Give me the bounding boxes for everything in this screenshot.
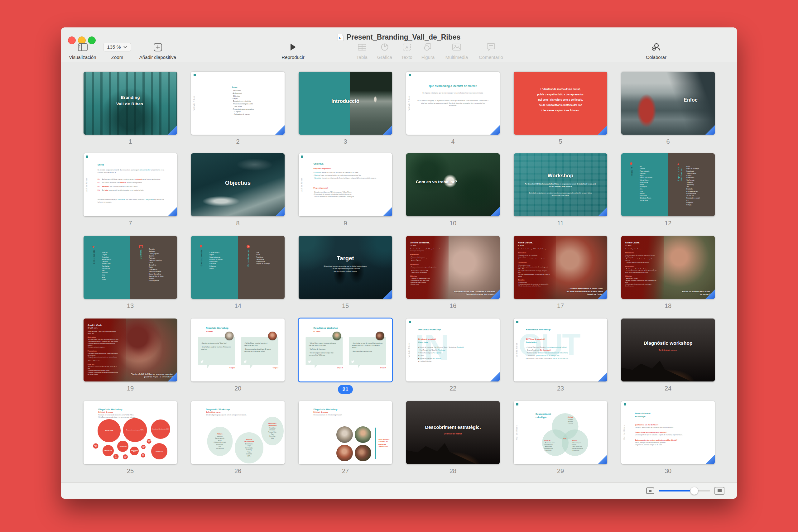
- slide-thumbnail-5[interactable]: L'identitat de marca d'una ciutat,poble …: [514, 72, 607, 135]
- thumbnail-size-slider[interactable]: [659, 490, 710, 492]
- slide-thumbnail-8[interactable]: Objectius: [191, 153, 285, 216]
- slide-edge-label: Vall de Ribes: [301, 177, 303, 192]
- slide-number: 6: [621, 138, 715, 145]
- avatar: [225, 331, 234, 340]
- slide-heading: Enfoc: [98, 163, 104, 166]
- bottom-bar: [61, 482, 737, 499]
- category-label: Natura: [630, 167, 633, 175]
- slide-heading: Objectius.: [314, 163, 324, 165]
- tweet-bubble: - Hem trobat un oasi de tranquil·litat, …: [349, 337, 386, 365]
- slide-edge-label: Vall de Ribes: [193, 96, 195, 110]
- slider-thumb[interactable]: [690, 487, 698, 495]
- tweet-bubble: - Vall de Ribes, esport al teu ritme i d…: [241, 337, 278, 365]
- slide-number: 1: [83, 138, 177, 145]
- slide-heading: Descobrimentestratègic.: [535, 412, 551, 419]
- slide-thumbnail-16[interactable]: Antoni Soldevila.56 anys Casat i amb 2 f…: [406, 236, 500, 299]
- concept-bubble: Emocions i Sentiments 100%: [151, 419, 170, 439]
- slide-subtitle: Definició de marca: [406, 433, 500, 435]
- desktop: { "window": { "title": "Present_Branding…: [0, 0, 798, 532]
- slide-thumbnail-6[interactable]: Enfoc: [621, 72, 715, 135]
- slide-thumbnail-11[interactable]: Workshop Per descobrir l'ADN de la marca…: [514, 153, 607, 216]
- concept-bubble: Pobles 29%: [141, 445, 146, 449]
- smaller-thumbnails-button[interactable]: [646, 488, 654, 494]
- persona-name: Jordi + Carla: [88, 324, 120, 327]
- slide-heading: Descobrimentestratègic.: [635, 412, 650, 418]
- slide-canvas: Introducció: [299, 72, 392, 135]
- slide-light-table[interactable]: BrandingVall de Ribes.1 Índex. - Introdu…: [61, 27, 737, 499]
- slide-thumbnail-13[interactable]: ♥ Sentiments Slow life.Oxigen.Amabilitat…: [83, 236, 177, 299]
- avatar: [336, 445, 353, 461]
- slide-thumbnail-14[interactable]: Gastronomia Carn ecològica.Iogurts.Sopa …: [191, 236, 285, 299]
- slide-thumbnail-12[interactable]: Natura Riu.Torrents.Parcs naturals.Paisa…: [621, 153, 715, 216]
- category-label: Gastronomia: [200, 249, 203, 266]
- slide-number: 24: [621, 385, 715, 392]
- slide-thumbnail-23[interactable]: OUT Resultados Workshop OUT (fora de pro…: [514, 319, 607, 381]
- insights-text: Viure la Natura.Activitats de muntanya.T…: [378, 438, 391, 448]
- concept-bubble: Tradicions 64%: [102, 445, 114, 456]
- slide-number: 12: [621, 220, 715, 227]
- slide-number: 26: [191, 468, 285, 475]
- slide-corner-mark: [408, 321, 411, 323]
- slide-number: 29: [514, 468, 607, 475]
- slide-canvas: OUT Resultados Workshop OUT (fora de pro…: [514, 319, 607, 381]
- concept-bubble: Cultura 75 %: [151, 443, 167, 459]
- slide-thumbnail-17[interactable]: Nuria Garcia.47 anys. Casada des de fa 6…: [514, 236, 607, 299]
- slide-photo: [406, 153, 500, 216]
- slide-thumbnail-18[interactable]: Kilian Cabra35 anys. Casat i 1 fill peti…: [621, 236, 715, 299]
- slide-heading: Resultats Workshop: [206, 327, 228, 329]
- twitter-icon: [244, 360, 247, 363]
- slide-thumbnail-27[interactable]: Diagnòstic Workshop Definició de marca I…: [299, 401, 392, 464]
- slide-title: Descobriment estratègic.: [406, 424, 500, 430]
- slide-edge-label: Vall de Ribes: [516, 343, 518, 357]
- slider-fill: [659, 490, 694, 492]
- slide-thumbnail-20[interactable]: Resultats Workshop El Tweet. - Camina pe…: [191, 319, 285, 381]
- slide-canvas: Natura Riu.Torrents.Parcs naturals.Paisa…: [621, 153, 715, 216]
- concept-bubble: Patrimoni 54%: [117, 441, 129, 452]
- slide-heading: Resultats Workshop: [418, 328, 441, 331]
- slide-thumbnail-30[interactable]: Descobrimentestratègic. Què fa única a l…: [621, 401, 715, 464]
- slide-thumbnail-15[interactable]: Target El target és el segment de mercat…: [299, 236, 392, 299]
- slide-thumbnail-3[interactable]: Introducció: [299, 72, 392, 135]
- slide-canvas: Jordi + Carla32 y 26 anys. Surten des de…: [83, 319, 177, 381]
- slide-thumbnail-22[interactable]: IN Resultats Workshop IN (dins de propòs…: [406, 319, 500, 381]
- slide-corner-mark: [86, 155, 88, 158]
- slide-thumbnail-21[interactable]: Resultados Workshop El Tweet. - Vall de …: [299, 319, 392, 381]
- slide-thumbnail-19[interactable]: Jordi + Carla32 y 26 anys. Surten des de…: [83, 319, 177, 381]
- slide-thumbnail-2[interactable]: Índex. - Introducció- Enfocament- Object…: [191, 72, 285, 135]
- slide-subtitle: Definició de marca: [621, 349, 715, 352]
- slide-canvas: Índex. - Introducció- Enfocament- Object…: [191, 72, 285, 135]
- slide-number: 22: [406, 385, 500, 392]
- slide-thumbnail-26[interactable]: Diagnòstic Workshop Definició de marca D…: [191, 401, 285, 464]
- slide-thumbnail-4[interactable]: Què és branding o identitat de marca? És…: [406, 72, 500, 135]
- slide-heading: Resultados Workshop: [526, 328, 551, 331]
- slide-thumbnail-1[interactable]: BrandingVall de Ribes.: [83, 72, 177, 135]
- slide-corner-mark: [408, 74, 411, 76]
- slide-thumbnail-25[interactable]: Diagnòstic Workshop Definició de marca R…: [83, 401, 177, 464]
- concept-bubble: Oficis 24%: [141, 453, 145, 457]
- slide-thumbnail-7[interactable]: Enfoc Es treballa conjuntament amb diver…: [83, 153, 177, 216]
- slide-canvas: Descobrimentestratègic. Actitud- Propera…: [514, 401, 607, 464]
- slide-corner-mark: [516, 321, 518, 323]
- avatar: [268, 331, 277, 340]
- slide-thumbnail-24[interactable]: Diagnóstic workshop Definició de marca: [621, 319, 715, 381]
- concept-group: NaturaPaisatge.Parcs naturals.Aigua.Pobl…: [207, 427, 233, 456]
- slide-number: 9: [299, 220, 392, 227]
- slide-corner-mark: [301, 155, 303, 158]
- persona-quote: "Tenint un apartament a la Vall de Ribes…: [552, 287, 603, 296]
- slide-thumbnail-29[interactable]: Descobrimentestratègic. Actitud- Propera…: [514, 401, 607, 464]
- slide-thumbnail-10[interactable]: Com es va treballar?: [406, 153, 500, 216]
- larger-thumbnails-button[interactable]: [715, 487, 724, 495]
- tweet-bubble: - Camina per desconnectar "Slow live".- …: [198, 337, 235, 365]
- location-pin-icon: [629, 162, 633, 165]
- slide-canvas: Enfoc Es treballa conjuntament amb diver…: [83, 153, 177, 216]
- heart-icon: ♥: [92, 245, 94, 249]
- slide-canvas: Objectius. Objectius específics: - Comun…: [299, 153, 392, 216]
- twitter-icon: [201, 360, 204, 363]
- slide-thumbnail-9[interactable]: Objectius. Objectius específics: - Comun…: [299, 153, 392, 216]
- group-label: Grupo 4: [349, 367, 386, 369]
- slide-number: 11: [514, 220, 607, 227]
- slide-canvas: IN Resultats Workshop IN (dins de propòs…: [406, 319, 500, 381]
- slide-number: 3: [299, 138, 392, 145]
- persona-quote: "Encara soc jove i no estic acabat.Ho pu…: [659, 290, 711, 296]
- slide-thumbnail-28[interactable]: Descobriment estratègic. Definició de ma…: [406, 401, 500, 464]
